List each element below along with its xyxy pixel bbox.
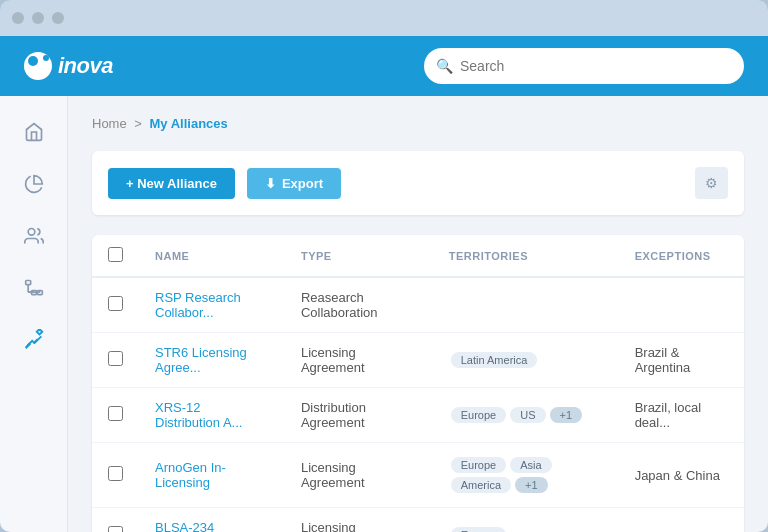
sidebar-item-reports[interactable] [12, 164, 56, 208]
row-territories: Latin America [433, 333, 619, 388]
row-type: Licensing Agreement [285, 333, 433, 388]
gear-icon: ⚙ [705, 175, 718, 191]
territory-tag: America [451, 477, 511, 493]
orgchart-icon [24, 278, 44, 303]
row-name[interactable]: ArnoGen In-Licensing [139, 443, 285, 508]
sidebar-item-home[interactable] [12, 112, 56, 156]
search-icon: 🔍 [436, 58, 453, 74]
row-checkbox[interactable] [108, 406, 123, 421]
piechart-icon [24, 174, 44, 199]
row-checkbox[interactable] [108, 466, 123, 481]
row-type: Reasearch Collaboration [285, 277, 433, 333]
row-territories: EuropeAsiaAmerica+1 [433, 443, 619, 508]
home-icon [24, 122, 44, 147]
sidebar [0, 96, 68, 532]
row-territories: EuropeUS+1 [433, 388, 619, 443]
window-chrome [0, 0, 768, 36]
col-checkbox [92, 235, 139, 277]
col-exceptions: EXCEPTIONS [619, 235, 744, 277]
row-exceptions: Japan & China [619, 443, 744, 508]
row-name[interactable]: STR6 Licensing Agree... [139, 333, 285, 388]
row-checkbox[interactable] [108, 296, 123, 311]
row-type: Licensing Agreement [285, 443, 433, 508]
territory-tag: US [510, 407, 545, 423]
territory-tag: Europe [451, 527, 506, 532]
row-name[interactable]: XRS-12 Distribution A... [139, 388, 285, 443]
select-all-checkbox[interactable] [108, 247, 123, 262]
table-header-row: NAME TYPE TERRITORIES EXCEPTIONS [92, 235, 744, 277]
row-type: Distribution Agreement [285, 388, 433, 443]
breadcrumb: Home > My Alliances [92, 116, 744, 131]
alliances-table: NAME TYPE TERRITORIES EXCEPTIONS RSP Res… [92, 235, 744, 532]
row-checkbox-cell [92, 443, 139, 508]
row-exceptions [619, 508, 744, 533]
content-area: Home > My Alliances + New Alliance ⬇ Exp… [68, 96, 768, 532]
row-checkbox-cell [92, 333, 139, 388]
territory-tag: Europe [451, 407, 506, 423]
svg-point-0 [28, 228, 35, 235]
logo: inova [24, 52, 113, 80]
territory-extra-tag: +1 [515, 477, 548, 493]
row-exceptions: Brazil & Argentina [619, 333, 744, 388]
breadcrumb-current: My Alliances [150, 116, 228, 131]
table-row: XRS-12 Distribution A...Distribution Agr… [92, 388, 744, 443]
territory-tag: Latin America [451, 352, 538, 368]
row-checkbox-cell [92, 277, 139, 333]
row-type: Licensing Agreement [285, 508, 433, 533]
territory-tag: Asia [510, 457, 551, 473]
logo-dot [43, 55, 49, 61]
row-checkbox-cell [92, 508, 139, 533]
territory-extra-tag: +1 [550, 407, 583, 423]
sidebar-item-contacts[interactable] [12, 216, 56, 260]
traffic-light-minimize [32, 12, 44, 24]
traffic-light-close [12, 12, 24, 24]
gear-button[interactable]: ⚙ [695, 167, 728, 199]
col-name: NAME [139, 235, 285, 277]
search-bar: 🔍 [424, 48, 744, 84]
table-row: RSP Research Collabor...Reasearch Collab… [92, 277, 744, 333]
col-type: TYPE [285, 235, 433, 277]
traffic-light-maximize [52, 12, 64, 24]
main-layout: Home > My Alliances + New Alliance ⬇ Exp… [0, 96, 768, 532]
col-territories: TERRITORIES [433, 235, 619, 277]
logo-icon [24, 52, 52, 80]
sidebar-item-orgchart[interactable] [12, 268, 56, 312]
table-row: STR6 Licensing Agree...Licensing Agreeme… [92, 333, 744, 388]
table-row: BLSA-234 LicensingLicensing AgreementEur… [92, 508, 744, 533]
handshake-icon [23, 329, 45, 356]
row-territories [433, 277, 619, 333]
header: inova 🔍 [0, 36, 768, 96]
row-name[interactable]: BLSA-234 Licensing [139, 508, 285, 533]
sidebar-item-alliances[interactable] [12, 320, 56, 364]
action-bar: + New Alliance ⬇ Export ⚙ [92, 151, 744, 215]
row-exceptions [619, 277, 744, 333]
row-name[interactable]: RSP Research Collabor... [139, 277, 285, 333]
table-row: ArnoGen In-LicensingLicensing AgreementE… [92, 443, 744, 508]
logo-text: inova [58, 53, 113, 79]
row-checkbox-cell [92, 388, 139, 443]
territory-tag: Europe [451, 457, 506, 473]
contacts-icon [24, 226, 44, 251]
search-input[interactable] [424, 48, 744, 84]
new-alliance-button[interactable]: + New Alliance [108, 168, 235, 199]
svg-rect-1 [25, 280, 30, 284]
row-checkbox[interactable] [108, 526, 123, 532]
export-button[interactable]: ⬇ Export [247, 168, 341, 199]
breadcrumb-separator: > [134, 116, 142, 131]
breadcrumb-home: Home [92, 116, 127, 131]
download-icon: ⬇ [265, 176, 276, 191]
row-territories: Europe [433, 508, 619, 533]
row-checkbox[interactable] [108, 351, 123, 366]
export-label: Export [282, 176, 323, 191]
row-exceptions: Brazil, local deal... [619, 388, 744, 443]
